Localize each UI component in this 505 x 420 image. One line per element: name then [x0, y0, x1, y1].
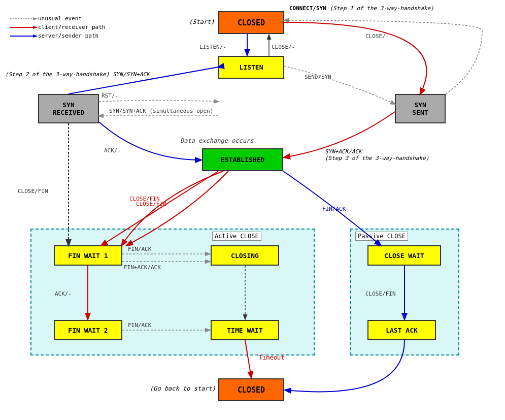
- step3-label: SYN+ACK/ACK(Step 3 of the 3-way-handshak…: [325, 148, 429, 161]
- state-listen: LISTEN: [218, 56, 284, 79]
- svg-text:CLOSE/FIN: CLOSE/FIN: [18, 188, 48, 195]
- svg-text:LISTEN/-: LISTEN/-: [199, 44, 226, 50]
- state-syn-sent: SYNSENT: [395, 94, 446, 123]
- svg-text:CLOSE/-: CLOSE/-: [272, 44, 295, 50]
- legend-server: server/sender path: [38, 33, 98, 39]
- tcp-state-diagram: unusual event client/receiver path serve…: [0, 0, 505, 420]
- step2-label: (Step 2 of the 3-way-handshake) SYN/SYN+…: [5, 71, 150, 78]
- svg-text:CLOSE/-: CLOSE/-: [365, 33, 389, 40]
- state-closed-bottom: CLOSED: [218, 378, 284, 401]
- state-closing: CLOSING: [211, 245, 279, 266]
- data-exchange-label: Data exchange occurs: [180, 137, 254, 144]
- svg-text:RST/-: RST/-: [102, 92, 118, 99]
- go-back-label: (Go back to start): [150, 385, 216, 392]
- legend-client: client/receiver path: [38, 24, 105, 30]
- active-close-label: Active CLOSE: [212, 232, 261, 241]
- state-syn-received: SYNRECEIVED: [38, 94, 99, 123]
- legend-unusual: unusual event: [38, 15, 82, 22]
- svg-text:ACK/-: ACK/-: [104, 147, 121, 154]
- legend: unusual event client/receiver path serve…: [10, 15, 105, 41]
- svg-marker-5: [33, 35, 38, 38]
- step1-label: CONNECT/SYN (Step 1 of the 3-way-handsha…: [289, 5, 434, 12]
- state-fin-wait1: FIN WAIT 1: [54, 245, 122, 266]
- svg-text:SEND/SYN: SEND/SYN: [305, 74, 331, 80]
- state-time-wait: TIME WAIT: [211, 320, 279, 340]
- state-established: ESTABLISHED: [202, 148, 283, 171]
- svg-text:SYN/SYN+ACK  (simultaneous ope: SYN/SYN+ACK (simultaneous open): [109, 108, 213, 114]
- passive-close-label: Passive CLOSE: [355, 232, 408, 241]
- state-close-wait: CLOSE WAIT: [367, 245, 441, 266]
- svg-text:FIN/ACK: FIN/ACK: [322, 206, 346, 212]
- start-label: (Start): [189, 18, 215, 25]
- svg-marker-1: [33, 17, 38, 20]
- svg-marker-3: [33, 26, 38, 29]
- timeout-label: Timeout: [259, 354, 285, 361]
- svg-text:CLOSE/FIN: CLOSE/FIN: [136, 201, 166, 207]
- state-fin-wait2: FIN WAIT 2: [54, 320, 122, 340]
- state-closed-top: CLOSED: [218, 11, 284, 34]
- state-last-ack: LAST ACK: [367, 320, 436, 340]
- svg-text:CLOSE/FIN: CLOSE/FIN: [129, 196, 160, 202]
